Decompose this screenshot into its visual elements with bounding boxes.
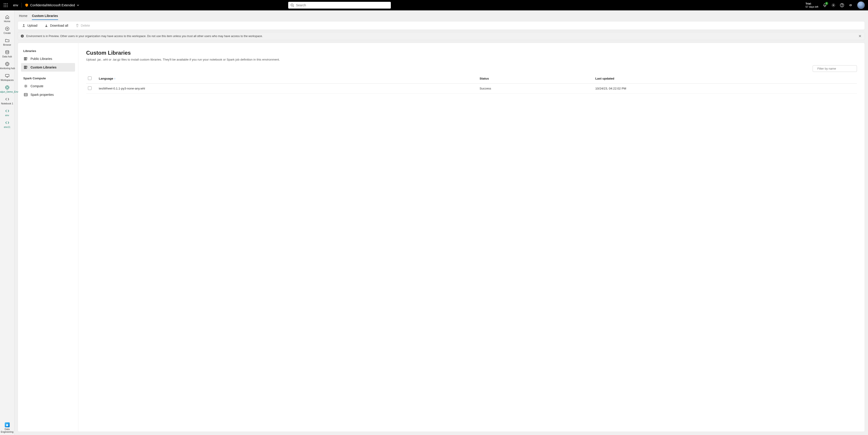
sidenav-custom-libraries[interactable]: Custom Libraries [21, 63, 75, 72]
feedback-button[interactable] [848, 3, 852, 7]
sidenav-item-label: Custom Libraries [31, 65, 57, 69]
rail-item-browse[interactable]: Browse [0, 36, 18, 48]
environment-name: env [13, 3, 18, 7]
filter-input[interactable] [817, 67, 855, 70]
filter-input-wrapper[interactable] [813, 65, 857, 72]
rail-item-create[interactable]: Create [0, 24, 18, 36]
svg-point-11 [833, 5, 834, 6]
rail-item-workspaces[interactable]: Workspaces [0, 71, 18, 83]
code-brackets-icon [5, 97, 9, 102]
tabstrip: Home Custom Libraries [18, 12, 865, 20]
monitor-icon [5, 73, 9, 78]
tab-custom-libraries[interactable]: Custom Libraries [32, 12, 58, 20]
notifications-button[interactable]: 6 [823, 3, 827, 7]
cell-name: testWheel-0.1.1-py3-none-any.whl [97, 84, 478, 94]
toolbar: Upload Download all Delete [18, 21, 865, 30]
column-header-language[interactable]: Language↑ [97, 74, 478, 84]
delete-label: Delete [81, 24, 90, 27]
search-icon [290, 3, 294, 7]
sidenav-item-label: Compute [31, 84, 43, 88]
rail-item-env11[interactable]: env11 [0, 118, 18, 130]
database-icon [5, 50, 9, 55]
row-checkbox[interactable] [88, 86, 92, 90]
libraries-table: Language↑ Status Last updated testWheel-… [86, 74, 857, 94]
svg-point-7 [5, 6, 6, 7]
select-all-checkbox[interactable] [88, 76, 92, 80]
trial-status: Trial: 57 days left [806, 2, 818, 8]
sidenav-group-spark: Spark Compute [21, 75, 75, 82]
rail-item-label: Home [4, 20, 10, 23]
account-avatar[interactable] [857, 1, 865, 9]
notice-text: Environment is in Preview. Other users i… [26, 35, 263, 38]
sidenav-public-libraries[interactable]: Public Libraries [21, 55, 75, 63]
column-header-status[interactable]: Status [478, 74, 594, 84]
sensitivity-dropdown[interactable]: Confidential\Microsoft Extended [25, 3, 80, 7]
column-header-last-updated[interactable]: Last updated [594, 74, 857, 84]
download-all-button[interactable]: Download all [43, 22, 69, 29]
svg-rect-24 [24, 57, 25, 60]
nav-rail: HomeCreateBrowseData hubMonitoring hubWo… [0, 10, 14, 435]
table-row[interactable]: testWheel-0.1.1-py3-none-any.whlSuccess1… [86, 84, 857, 94]
rail-item-home[interactable]: Home [0, 13, 18, 24]
app-launcher-button[interactable] [1, 3, 10, 7]
svg-point-4 [5, 5, 6, 5]
target-icon [5, 61, 9, 66]
svg-point-28 [25, 86, 26, 87]
svg-point-13 [842, 6, 842, 6]
rail-item-shuaijun-demo-env[interactable]: Shuaijun_Demo_Env [0, 83, 18, 95]
svg-point-6 [4, 6, 4, 7]
upload-icon [22, 24, 26, 27]
svg-point-17 [6, 63, 8, 65]
info-icon [21, 34, 24, 38]
delete-button: Delete [74, 22, 91, 29]
library-icon [24, 57, 28, 61]
svg-point-0 [4, 3, 4, 4]
rail-item-label: Notebook 1 [1, 102, 13, 105]
shield-icon [25, 3, 29, 7]
trial-days: 57 days left [806, 5, 818, 8]
question-icon [840, 3, 844, 7]
settings-button[interactable] [831, 3, 835, 7]
svg-point-8 [7, 6, 7, 7]
rail-item-label: env11 [4, 126, 10, 128]
panel-description: Upload .jar, .whl or .tar.gz files to in… [86, 58, 857, 61]
main-panel: Custom Libraries Upload .jar, .whl or .t… [79, 43, 865, 432]
rail-item-label: Data hub [2, 55, 12, 58]
link-icon [848, 3, 852, 7]
svg-line-10 [293, 6, 294, 7]
library-icon [24, 65, 28, 69]
panel-title: Custom Libraries [86, 50, 857, 56]
properties-icon [24, 93, 28, 97]
sidenav-spark-properties[interactable]: Spark properties [21, 90, 75, 99]
trial-label: Trial: [806, 2, 818, 5]
rail-item-label: Create [4, 32, 11, 34]
notice-close-button[interactable] [858, 34, 862, 38]
rail-item-data-hub[interactable]: Data hub [0, 48, 18, 60]
sidenav-item-label: Public Libraries [31, 57, 52, 61]
upload-button[interactable]: Upload [21, 22, 38, 29]
sidenav-compute[interactable]: Compute [21, 82, 75, 90]
rail-item-data-engineering[interactable]: ◆ Data Engineering [0, 421, 14, 435]
rail-item-monitoring-hub[interactable]: Monitoring hub [0, 60, 18, 71]
waffle-icon [4, 3, 8, 7]
folder-icon [5, 38, 9, 43]
gear-icon [831, 3, 835, 7]
search-box[interactable] [288, 2, 391, 8]
svg-point-3 [4, 5, 4, 5]
rail-item-label: Shuaijun_Demo_Env [0, 90, 18, 93]
close-icon [859, 35, 862, 37]
trash-icon [75, 24, 79, 27]
tab-home[interactable]: Home [19, 12, 27, 20]
svg-point-5 [7, 5, 7, 5]
chevron-down-icon [76, 4, 79, 6]
cell-last-updated: 10/24/23, 04:22:02 PM [594, 84, 857, 94]
target-icon [5, 85, 9, 90]
svg-rect-22 [22, 36, 23, 37]
rail-item-env[interactable]: env [0, 107, 18, 118]
search-input[interactable] [296, 3, 389, 7]
svg-rect-26 [24, 66, 25, 69]
rail-item-notebook-1[interactable]: Notebook 1 [0, 95, 18, 107]
gear-icon [24, 84, 28, 88]
code-brackets-icon [5, 108, 9, 114]
help-button[interactable] [840, 3, 844, 7]
